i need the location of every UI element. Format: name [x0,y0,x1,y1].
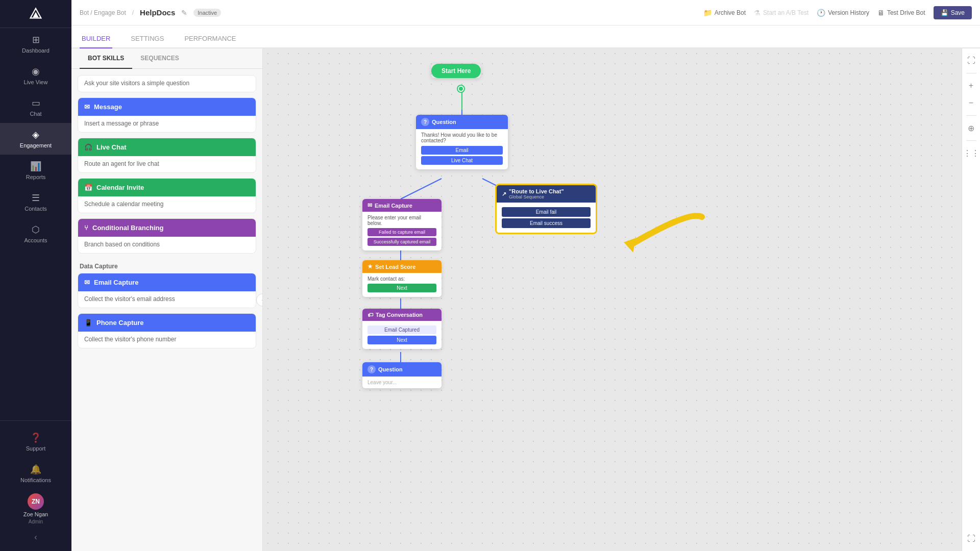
test-drive-label: Test Drive Bot [887,9,925,16]
zoom-out-button[interactable]: − [964,96,978,110]
set-lead-score-header: ★ Set Lead Score [362,260,442,273]
set-lead-score-node[interactable]: ★ Set Lead Score Mark contact as: Next [362,260,442,297]
route-email-fail-btn[interactable]: Email fail [502,207,591,217]
question-node-header: ? Question [416,115,508,129]
accounts-icon: ⬡ [32,224,40,235]
skill-card-body: Collect the visitor's phone number [78,332,256,348]
zoom-in-button[interactable]: + [964,79,978,93]
email-capture-node[interactable]: ✉ Email Capture Please enter your email … [362,199,442,251]
skill-body-text: Collect the visitor's phone number [84,336,176,343]
sidebar-item-notifications[interactable]: 🔔 Notifications [0,458,71,489]
edit-title-icon[interactable]: ✎ [181,9,187,17]
sidebar-item-engagement[interactable]: ◈ Engagement [0,123,71,155]
grid-button[interactable]: ⋮⋮ [964,146,978,160]
question-2-body: Leave your... [362,377,442,388]
breadcrumb-separator: / [132,9,134,16]
tab-settings[interactable]: SETTINGS [129,30,166,48]
flow-connections [263,48,962,551]
skill-card-conditional-branching[interactable]: ⑂ Conditional Branching Branch based on … [78,218,256,254]
route-body: Email fail Email success [497,203,596,233]
tab-performance[interactable]: PERFORMANCE [182,30,238,48]
archive-bot-button[interactable]: 📁 Archive Bot [703,9,746,17]
sidebar-item-contacts[interactable]: ☰ Contacts [0,186,71,218]
email-capture-node-title: Email Capture [375,203,412,209]
sidebar-item-dashboard[interactable]: ⊞ Dashboard [0,28,71,60]
skill-card-live-chat[interactable]: 🎧 Live Chat Route an agent for live chat [78,138,256,173]
chat-icon: ▭ [32,97,40,109]
app-logo[interactable] [0,0,71,28]
sidebar-item-live-view[interactable]: ◉ Live View [0,60,71,91]
save-button[interactable]: 💾 Save [934,6,972,19]
skill-card-message[interactable]: ✉ Message Insert a message or phrase [78,97,256,133]
question-2-icon: ? [368,365,376,373]
skill-card-email-capture[interactable]: ✉ Email Capture Collect the visitor's em… [78,273,256,308]
start-node[interactable]: Start Here [431,64,481,78]
question-node-title: Question [432,119,456,125]
email-capture-node-icon: ✉ [368,202,372,209]
skill-header-label: Calendar Invite [96,184,144,191]
panel-content: Ask your site visitors a simple question… [71,69,262,551]
question-node[interactable]: ? Question Thanks! How would you like to… [416,115,508,169]
start-label: Start Here [431,64,481,78]
sidebar-nav: ⊞ Dashboard ◉ Live View ▭ Chat ◈ Engagem… [0,28,71,420]
question-2-node[interactable]: ? Question Leave your... [362,362,442,388]
skill-card-question[interactable]: Ask your site visitors a simple question [78,75,256,92]
skill-card-body: Branch based on conditions [78,237,256,253]
sidebar-item-label: Dashboard [22,47,50,54]
email-success-option[interactable]: Successfully captured email [368,238,436,246]
lead-score-body-text: Mark contact as: [368,276,436,282]
skill-card-header: ✉ Message [78,98,256,116]
sidebar-item-support[interactable]: ❓ Support [0,426,71,458]
sidebar-item-label: Support [26,445,46,452]
status-badge: Inactive [193,9,221,17]
lead-score-next-btn[interactable]: Next [368,284,436,292]
fullscreen-button[interactable]: ⛶ [964,54,978,68]
tag-body: Email Captured Next [362,321,442,349]
skill-card-phone-capture[interactable]: 📱 Phone Capture Collect the visitor's ph… [78,313,256,348]
sidebar-item-accounts[interactable]: ⬡ Accounts [0,218,71,249]
panel-tab-bot-skills[interactable]: BOT SKILLS [80,48,132,69]
conditional-skill-icon: ⑂ [84,224,88,232]
fit-button[interactable]: ⊕ [964,121,978,135]
question-option-email[interactable]: Email [421,146,503,155]
tab-builder[interactable]: BUILDER [80,30,112,48]
route-email-success-btn[interactable]: Email success [502,218,591,228]
skill-card-header: ✉ Email Capture [78,273,256,291]
route-live-chat-node[interactable]: ↗ "Route to Live Chat" Global Sequence E… [495,184,597,234]
engagement-icon: ◈ [32,129,39,140]
contacts-icon: ☰ [32,192,40,204]
bottom-left-fullscreen-button[interactable]: ⛶ [964,532,978,546]
collapse-sidebar-button[interactable]: ‹ [30,529,41,546]
tag-conversation-node[interactable]: 🏷 Tag Conversation Email Captured Next [362,309,442,349]
svg-marker-7 [624,238,640,254]
avatar: ZN [28,493,44,510]
skill-card-body: Route an agent for live chat [78,156,256,172]
skill-card-calendar-invite[interactable]: 📅 Calendar Invite Schedule a calendar me… [78,178,256,213]
ab-test-button[interactable]: ⚗ Start an A/B Test [754,9,808,17]
arrow-annotation [600,207,712,269]
version-icon: 🕐 [817,9,825,17]
flow-canvas[interactable]: Start Here ? Question Thanks! How would … [263,48,962,551]
sidebar-item-label: Notifications [20,477,51,483]
email-captured-tag[interactable]: Email Captured [368,325,436,334]
sidebar-user[interactable]: ZN Zoe Ngan Admin [0,489,71,529]
question-option-live-chat[interactable]: Live Chat [421,156,503,165]
notifications-icon: 🔔 [30,464,41,475]
sidebar-item-label: Chat [30,111,41,117]
route-subtitle: Global Sequence [509,194,564,199]
sidebar: ⊞ Dashboard ◉ Live View ▭ Chat ◈ Engagem… [0,0,71,551]
ab-test-icon: ⚗ [754,9,761,17]
sidebar-item-reports[interactable]: 📊 Reports [0,155,71,186]
skill-header-label: Live Chat [96,143,127,151]
email-fail-option[interactable]: Failed to capture email [368,228,436,236]
skill-card-header: 📱 Phone Capture [78,314,256,332]
panel-tab-sequences[interactable]: SEQUENCES [132,48,187,69]
tag-next-btn[interactable]: Next [368,336,436,344]
sidebar-bottom: ❓ Support 🔔 Notifications ZN Zoe Ngan Ad… [0,420,71,551]
sidebar-item-chat[interactable]: ▭ Chat [0,91,71,123]
lead-score-body: Mark contact as: Next [362,273,442,297]
tag-conversation-header: 🏷 Tag Conversation [362,309,442,321]
version-history-button[interactable]: 🕐 Version History [817,9,869,17]
skill-card-body: Schedule a calendar meeting [78,196,256,213]
test-drive-button[interactable]: 🖥 Test Drive Bot [877,9,925,17]
